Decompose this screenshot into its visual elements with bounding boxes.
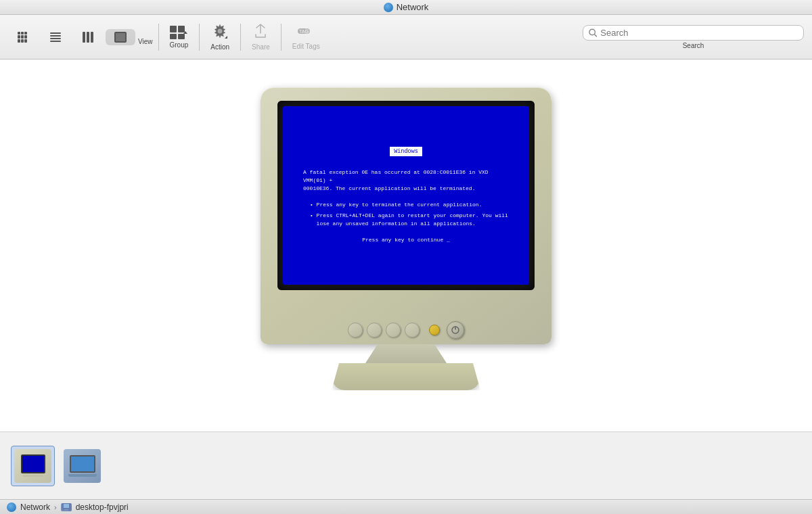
- thumbnail-strip: [0, 431, 812, 499]
- status-bar: Network › desktop-fpvjpri: [0, 499, 812, 514]
- bsod-line1: A fatal exception 0E has occurred at 002…: [303, 168, 509, 193]
- toolbar-separator-4: [281, 24, 281, 51]
- edit-tags-icon: TAG: [298, 24, 314, 41]
- svg-rect-3: [178, 34, 185, 39]
- share-button[interactable]: Share: [246, 21, 275, 53]
- svg-point-11: [589, 29, 595, 34]
- svg-rect-1: [178, 26, 185, 32]
- svg-rect-2: [170, 34, 177, 39]
- search-icon: [589, 28, 597, 37]
- view-cover-button[interactable]: [106, 29, 135, 45]
- monitor-buttons: [348, 323, 420, 337]
- cover-view-icon: [114, 32, 127, 43]
- status-network-label: Network: [20, 503, 50, 512]
- thumb-monitor-icon: [14, 449, 51, 483]
- group-icons: [170, 26, 187, 39]
- view-list-button[interactable]: [41, 29, 70, 45]
- bsod-prompt: Press any key to continue _: [303, 236, 509, 244]
- status-globe-icon: [7, 503, 16, 512]
- bsod-title: Windows: [390, 147, 422, 157]
- search-label: Search: [683, 42, 704, 49]
- svg-marker-7: [225, 36, 227, 39]
- search-input[interactable]: [600, 28, 798, 38]
- view-label: View: [138, 38, 153, 45]
- bsod-bullet1: • Press any key to terminate the current…: [310, 201, 509, 209]
- icon-view-grid-icon: [18, 32, 28, 43]
- monitor-btn-4[interactable]: [405, 323, 420, 337]
- title-bar-title: Network: [384, 2, 429, 12]
- monitor-power-button[interactable]: [447, 321, 464, 339]
- monitor-btn-3[interactable]: [386, 323, 401, 337]
- monitor: Windows A fatal exception 0E has occurre…: [261, 87, 551, 344]
- thumbnail-item-crt[interactable]: [11, 446, 55, 486]
- group-button[interactable]: Group: [164, 23, 194, 51]
- group-label: Group: [170, 41, 189, 49]
- monitor-base: [332, 363, 480, 390]
- thumb-laptop-screen: [70, 455, 95, 473]
- bsod-bullets: • Press any key to terminate the current…: [310, 201, 509, 228]
- monitor-btn-2[interactable]: [367, 323, 382, 337]
- status-computer-icon: [61, 503, 72, 511]
- window-title: Network: [397, 2, 429, 12]
- status-computer-label: desktop-fpvjpri: [76, 503, 129, 512]
- monitor-screen-bezel: Windows A fatal exception 0E has occurre…: [277, 101, 535, 290]
- view-column-button[interactable]: [73, 29, 103, 45]
- network-globe-icon: [384, 3, 393, 12]
- bsod-bullet2: • Press CTRL+ALT+DEL again to restart yo…: [310, 212, 509, 228]
- toolbar-separator-2: [199, 24, 200, 51]
- thumb-screen: [21, 454, 45, 473]
- title-bar: Network: [0, 0, 812, 15]
- thumb-laptop-base: [68, 474, 97, 477]
- monitor-screen: Windows A fatal exception 0E has occurre…: [283, 106, 529, 285]
- monitor-yellow-indicator: [429, 325, 440, 335]
- share-label: Share: [252, 43, 270, 51]
- svg-text:TAG: TAG: [299, 29, 309, 34]
- action-gear-icon: [212, 24, 227, 41]
- toolbar-separator-1: [158, 24, 159, 51]
- share-icon: [254, 24, 267, 41]
- search-bar[interactable]: [583, 25, 804, 41]
- thumbnail-item-laptop[interactable]: [60, 446, 104, 486]
- thumb-laptop-icon: [64, 449, 101, 483]
- bsod-content: Windows A fatal exception 0E has occurre…: [283, 133, 529, 258]
- main-content: Windows A fatal exception 0E has occurre…: [0, 60, 812, 431]
- svg-point-6: [218, 28, 223, 33]
- action-label: Action: [210, 43, 229, 51]
- column-view-icon: [83, 32, 93, 43]
- monitor-wrapper: Windows A fatal exception 0E has occurre…: [261, 87, 551, 390]
- monitor-indicator: [429, 325, 440, 335]
- toolbar-separator-3: [240, 24, 241, 51]
- svg-line-12: [594, 34, 596, 36]
- list-view-icon: [50, 32, 61, 43]
- edit-tags-button[interactable]: TAG Edit Tags: [287, 22, 325, 53]
- svg-rect-16: [64, 504, 69, 508]
- monitor-bottom-controls: [261, 321, 551, 339]
- monitor-btn-1[interactable]: [348, 323, 363, 337]
- svg-rect-0: [170, 26, 177, 32]
- edit-tags-label: Edit Tags: [292, 43, 320, 50]
- svg-rect-17: [64, 509, 68, 511]
- breadcrumb-arrow: ›: [54, 503, 57, 511]
- action-button[interactable]: Action: [205, 21, 235, 53]
- toolbar: View Group Action: [0, 15, 812, 60]
- thumb-monitor-base: [23, 475, 43, 477]
- monitor-neck: [365, 344, 447, 363]
- view-icon-button[interactable]: [8, 29, 38, 45]
